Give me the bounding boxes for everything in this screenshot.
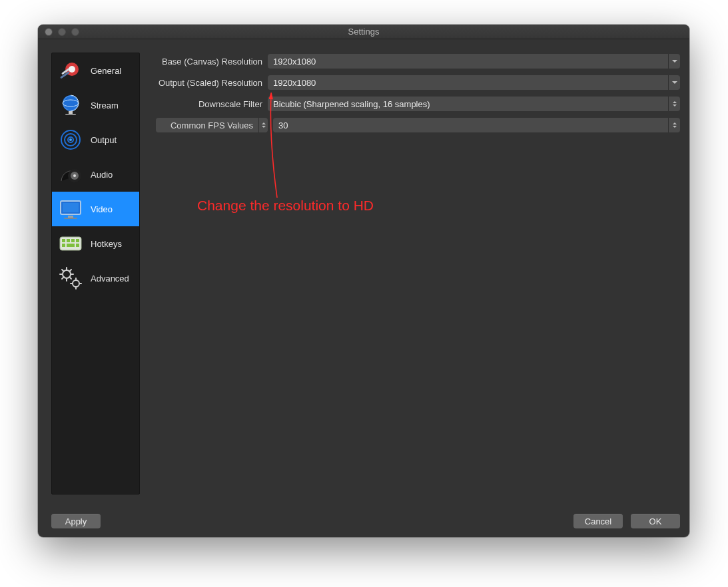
sidebar-item-label: Stream — [91, 100, 119, 110]
label-output-resolution: Output (Scaled) Resolution — [156, 78, 268, 88]
audio-icon — [56, 160, 85, 189]
settings-panel-video: Base (Canvas) Resolution 1920x1080 Outpu… — [156, 53, 680, 505]
updown-icon — [258, 118, 268, 132]
label-base-resolution: Base (Canvas) Resolution — [156, 57, 268, 67]
svg-rect-17 — [63, 203, 79, 212]
stream-icon — [56, 91, 85, 120]
sidebar-item-label: Hotkeys — [91, 239, 122, 249]
sidebar-item-label: General — [91, 66, 121, 76]
window-controls — [45, 28, 79, 36]
sidebar-item-audio[interactable]: Audio — [52, 157, 139, 192]
sidebar-item-label: Output — [91, 135, 117, 145]
minimize-window-button[interactable] — [58, 28, 66, 36]
svg-rect-27 — [76, 244, 79, 247]
advanced-icon — [56, 264, 85, 293]
general-icon — [56, 56, 85, 85]
svg-point-15 — [73, 174, 76, 177]
row-downscale-filter: Downscale Filter Bicubic (Sharpened scal… — [156, 95, 680, 112]
updown-icon — [668, 97, 680, 111]
annotation-text: Change the resolution to HD — [197, 198, 374, 214]
fps-value: 30 — [278, 120, 288, 130]
fps-mode-select[interactable]: Common FPS Values — [156, 118, 268, 132]
sidebar-item-label: Audio — [91, 170, 113, 180]
svg-rect-8 — [65, 114, 76, 115]
svg-line-35 — [69, 270, 71, 272]
chevron-down-icon — [668, 54, 680, 69]
settings-window: Settings General — [38, 25, 689, 537]
svg-rect-25 — [62, 244, 65, 247]
svg-line-36 — [62, 277, 64, 279]
row-output-resolution: Output (Scaled) Resolution 1920x1080 — [156, 74, 680, 91]
sidebar-item-general[interactable]: General — [52, 53, 139, 88]
ok-button[interactable]: OK — [631, 514, 680, 528]
svg-rect-19 — [64, 218, 77, 219]
fps-value-select[interactable]: 30 — [273, 118, 680, 132]
window-title: Settings — [38, 27, 689, 37]
sidebar-item-label: Advanced — [91, 274, 129, 284]
video-icon — [56, 194, 85, 224]
base-resolution-combo[interactable]: 1920x1080 — [268, 54, 680, 69]
svg-point-12 — [69, 138, 72, 141]
svg-rect-22 — [67, 239, 70, 242]
settings-sidebar: General Stream — [51, 53, 140, 494]
base-resolution-value: 1920x1080 — [273, 57, 316, 67]
svg-point-37 — [73, 280, 79, 287]
zoom-window-button[interactable] — [71, 28, 79, 36]
chevron-down-icon — [668, 75, 680, 90]
apply-button[interactable]: Apply — [51, 514, 101, 528]
sidebar-item-label: Video — [91, 204, 113, 214]
dialog-footer: Apply Cancel OK — [38, 505, 689, 537]
cancel-button[interactable]: Cancel — [573, 514, 623, 528]
sidebar-item-output[interactable]: Output — [52, 122, 139, 157]
downscale-filter-value: Bicubic (Sharpened scaling, 16 samples) — [273, 99, 430, 109]
titlebar: Settings — [38, 25, 689, 39]
svg-line-34 — [69, 277, 71, 279]
output-resolution-combo[interactable]: 1920x1080 — [268, 75, 680, 90]
close-window-button[interactable] — [45, 28, 53, 36]
svg-rect-24 — [76, 239, 79, 242]
sidebar-item-video[interactable]: Video — [52, 192, 139, 226]
svg-line-33 — [62, 270, 64, 272]
downscale-filter-select[interactable]: Bicubic (Sharpened scaling, 16 samples) — [268, 97, 680, 111]
label-downscale-filter: Downscale Filter — [156, 99, 268, 109]
svg-rect-7 — [69, 111, 73, 114]
svg-rect-21 — [62, 239, 65, 242]
updown-icon — [668, 118, 680, 132]
row-fps: Common FPS Values 30 — [156, 116, 680, 134]
svg-rect-18 — [68, 216, 73, 218]
sidebar-item-hotkeys[interactable]: Hotkeys — [52, 226, 139, 261]
row-base-resolution: Base (Canvas) Resolution 1920x1080 — [156, 53, 680, 70]
sidebar-item-stream[interactable]: Stream — [52, 88, 139, 122]
sidebar-item-advanced[interactable]: Advanced — [52, 261, 139, 295]
output-icon — [56, 125, 85, 154]
hotkeys-icon — [56, 229, 85, 258]
svg-rect-23 — [71, 239, 75, 242]
svg-rect-26 — [67, 244, 75, 247]
window-body: General Stream — [38, 39, 689, 505]
output-resolution-value: 1920x1080 — [273, 78, 316, 88]
label-fps: Common FPS Values — [156, 120, 258, 130]
svg-point-3 — [69, 66, 75, 73]
